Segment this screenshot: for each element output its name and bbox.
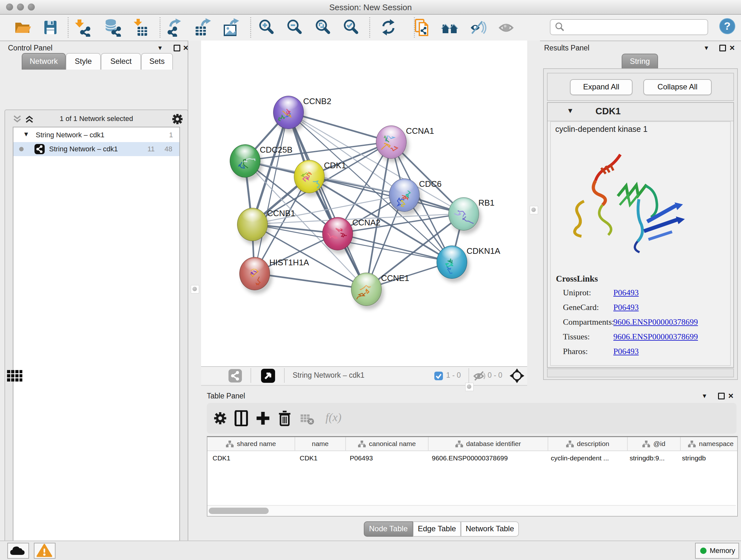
birds-eye-view-icon[interactable]: [261, 369, 275, 383]
network-node-cdc6[interactable]: [389, 179, 420, 212]
splitter-knob[interactable]: [530, 206, 538, 214]
tab-edge-table[interactable]: Edge Table: [413, 521, 461, 537]
open-session-button[interactable]: [13, 18, 31, 37]
crosslink-tissues-link[interactable]: 9606.ENSP00000378699: [613, 332, 698, 341]
crosslink-compartments-link[interactable]: 9606.ENSP00000378699: [613, 317, 698, 327]
float-panel-icon[interactable]: [719, 45, 726, 51]
results-horizontal-scrollbar[interactable]: [547, 368, 734, 377]
scrollbar-thumb[interactable]: [209, 508, 269, 514]
collapse-panel-icon[interactable]: ▾: [704, 44, 708, 52]
import-network-from-file-button[interactable]: [74, 18, 92, 37]
table-settings-gear-icon[interactable]: [212, 411, 228, 426]
table-cell[interactable]: cyclin-dependent ...: [546, 451, 624, 465]
crosslink-uniprot-link[interactable]: P06493: [613, 288, 638, 298]
gear-icon[interactable]: [171, 113, 184, 125]
delete-column-trash-icon[interactable]: [278, 410, 292, 426]
selected-checkbox-icon[interactable]: [434, 372, 443, 380]
expand-all-button[interactable]: Expand All: [570, 79, 632, 95]
collapse-panel-icon[interactable]: ▾: [158, 44, 162, 52]
export-image-button[interactable]: [222, 18, 240, 37]
zoom-selected-button[interactable]: [342, 18, 360, 37]
warning-status-button[interactable]: [34, 543, 56, 559]
network-node-rb1[interactable]: [448, 197, 479, 231]
network-node-ccna1[interactable]: [376, 125, 407, 159]
column-header-name[interactable]: name: [295, 437, 346, 450]
export-table-button[interactable]: [194, 18, 212, 37]
tab-sets[interactable]: Sets: [141, 53, 173, 70]
network-edge[interactable]: [254, 273, 366, 289]
grid-view-icon[interactable]: [7, 370, 22, 381]
gene-section-header[interactable]: ▼ CDK1: [548, 103, 733, 121]
float-panel-icon[interactable]: [174, 45, 180, 51]
table-cell[interactable]: stringdb: [677, 451, 737, 465]
divider: [284, 368, 285, 383]
close-panel-icon[interactable]: ×: [730, 45, 735, 51]
tab-style[interactable]: Style: [66, 53, 101, 70]
refresh-view-button[interactable]: [379, 18, 398, 37]
share-view-icon[interactable]: [228, 369, 242, 382]
network-node-ccne1[interactable]: [351, 273, 382, 306]
import-table-from-file-button[interactable]: [132, 18, 151, 37]
table-row[interactable]: CDK1CDK1P064939606.ENSP00000378699cyclin…: [207, 451, 737, 465]
table-cell[interactable]: CDK1: [294, 451, 345, 465]
float-panel-icon[interactable]: [718, 393, 725, 399]
column-header--id[interactable]: @id: [628, 437, 681, 450]
search-input[interactable]: [566, 21, 704, 33]
column-header-namespace[interactable]: namespace: [681, 437, 738, 450]
column-header-canonical-name[interactable]: canonical name: [346, 437, 428, 450]
zoom-fit-content-button[interactable]: [314, 18, 332, 37]
tab-network-table[interactable]: Network Table: [461, 521, 519, 537]
left-splitter[interactable]: [188, 41, 202, 541]
memory-button[interactable]: Memory: [695, 543, 739, 559]
network-edge[interactable]: [288, 112, 391, 142]
right-splitter[interactable]: [527, 41, 540, 384]
toolbar-search-field[interactable]: [550, 19, 708, 35]
tab-select[interactable]: Select: [101, 53, 141, 70]
table-cell[interactable]: 9606.ENSP00000378699: [427, 451, 546, 465]
table-cell[interactable]: stringdb:9...: [624, 451, 677, 465]
string-home-icon[interactable]: [441, 18, 459, 37]
show-labels-icon[interactable]: [497, 18, 516, 37]
network-node-ccnb2[interactable]: [273, 96, 304, 129]
network-collection-row[interactable]: ▼ String Network – cdk1 1: [13, 128, 179, 142]
cloud-status-button[interactable]: [7, 543, 29, 559]
tab-string[interactable]: String: [622, 54, 658, 69]
create-column-plus-icon[interactable]: [256, 411, 270, 425]
section-expand-icon[interactable]: ▼: [567, 107, 574, 115]
column-header-shared-name[interactable]: shared name: [207, 437, 295, 450]
collapse-panel-icon[interactable]: ▾: [703, 392, 706, 400]
save-session-button[interactable]: [41, 18, 60, 37]
network-node-cdk1[interactable]: [294, 160, 325, 193]
network-view-canvas[interactable]: CCNB2CCNA1CDC25BCDK1CDC6RB1CCNB1CCNA2CDK…: [201, 41, 527, 366]
show-columns-icon[interactable]: [234, 410, 249, 426]
table-horizontal-scrollbar[interactable]: [207, 505, 736, 516]
copy-network-button[interactable]: [413, 18, 431, 37]
zoom-out-button[interactable]: [285, 18, 304, 37]
close-panel-icon[interactable]: ×: [728, 393, 733, 399]
node-label: CCNB1: [267, 208, 295, 219]
network-node-ccna2[interactable]: [322, 217, 353, 250]
network-node-ccnb1[interactable]: [237, 208, 268, 241]
network-node-cdc25b[interactable]: [230, 144, 260, 178]
center-view-icon[interactable]: [509, 368, 525, 385]
tab-node-table[interactable]: Node Table: [364, 521, 413, 537]
crosslink-genecard-link[interactable]: P06493: [613, 303, 638, 312]
crosslink-pharos-link[interactable]: P06493: [613, 347, 638, 356]
table-cell[interactable]: P06493: [345, 451, 427, 465]
collapse-all-button[interactable]: Collapse All: [643, 79, 712, 95]
zoom-in-button[interactable]: [257, 18, 276, 37]
collection-expand-icon[interactable]: ▼: [23, 127, 29, 141]
export-network-button[interactable]: [166, 18, 185, 37]
network-node-hist1h1a[interactable]: [239, 257, 270, 290]
network-edge[interactable]: [254, 112, 288, 273]
splitter-knob[interactable]: [191, 285, 199, 294]
hide-glass-effect-icon[interactable]: [469, 18, 487, 37]
import-network-from-database-button[interactable]: [104, 18, 122, 37]
tab-network[interactable]: Network: [22, 53, 66, 70]
column-header-description[interactable]: description: [548, 437, 628, 450]
column-header-database-identifier[interactable]: database identifier: [428, 437, 548, 450]
table-cell[interactable]: CDK1: [207, 451, 294, 465]
help-button[interactable]: ?: [718, 17, 737, 36]
network-node-cdkn1a[interactable]: [436, 246, 467, 279]
network-row-selected[interactable]: String Network – cdk1 11 48: [13, 142, 179, 156]
